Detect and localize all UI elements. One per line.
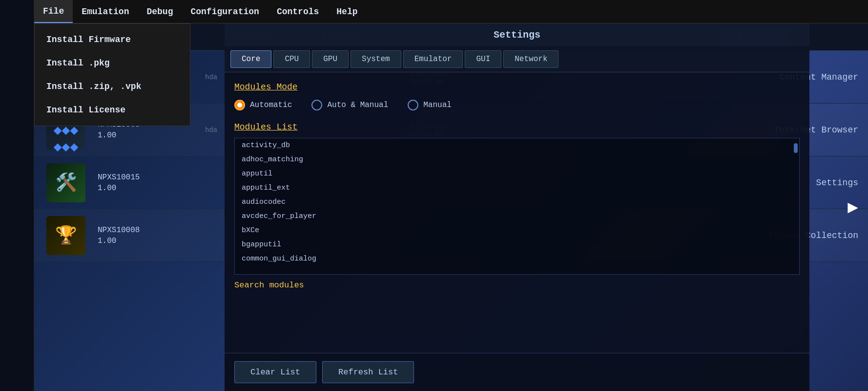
menubar: File Emulation Debug Configuration Contr… — [34, 0, 868, 23]
game-version: 1.00 — [98, 237, 195, 245]
menu-controls[interactable]: Controls — [268, 0, 328, 23]
tab-gpu[interactable]: GPU — [312, 50, 349, 68]
list-item[interactable]: apputil — [235, 167, 799, 181]
radio-circle-manual — [408, 100, 418, 110]
game-icon: 🛠️ — [44, 161, 88, 205]
settings-tabs: Core CPU GPU System Emulator GUI Network — [225, 46, 809, 72]
list-item[interactable]: apputil_ext — [235, 181, 799, 195]
tab-system[interactable]: System — [351, 50, 401, 68]
settings-title: Settings — [225, 23, 809, 46]
list-item[interactable]: audiocodec — [235, 195, 799, 209]
list-item[interactable]: bgapputil — [235, 238, 799, 252]
modules-mode-label: Modules Mode — [234, 82, 800, 92]
menu-install-firmware[interactable]: Install Firmware — [35, 28, 190, 51]
menu-debug[interactable]: Debug — [138, 0, 182, 23]
clear-list-button[interactable]: Clear List — [234, 361, 316, 383]
modules-list[interactable]: activity_db adhoc_matching apputil apput… — [234, 138, 800, 275]
tab-emulator[interactable]: Emulator — [403, 50, 463, 68]
settings-panel: Settings Core CPU GPU System Emulator GU… — [225, 23, 809, 391]
tab-core[interactable]: Core — [230, 50, 271, 68]
menu-install-zip[interactable]: Install .zip, .vpk — [35, 75, 190, 98]
right-arrow-button[interactable]: ▶ — [847, 196, 858, 218]
list-item[interactable]: adhoc_matching — [235, 152, 799, 167]
radio-manual[interactable]: Manual — [408, 100, 452, 110]
menu-configuration[interactable]: Configuration — [182, 0, 268, 23]
game-code: NPXS10015 — [98, 173, 195, 182]
game-icon: 🏆 — [44, 214, 88, 258]
modules-mode-options: Automatic Auto & Manual Manual — [234, 100, 800, 110]
game-info: NPXS10015 1.00 — [98, 173, 195, 193]
search-modules-label: Search modules — [234, 275, 800, 290]
game-version: 1.00 — [98, 184, 195, 193]
list-item[interactable]: common_gui_dialog — [235, 252, 799, 266]
menu-install-license[interactable]: Install License — [35, 98, 190, 122]
game-version: 1.00 — [98, 131, 195, 140]
refresh-list-button[interactable]: Refresh List — [322, 361, 414, 383]
list-item[interactable]: bXCe — [235, 223, 799, 238]
modules-list-label: Modules List — [234, 122, 800, 132]
radio-auto-manual[interactable]: Auto & Manual — [311, 100, 388, 110]
left-sidebar — [0, 0, 34, 391]
menu-help[interactable]: Help — [328, 0, 366, 23]
file-dropdown-menu: Install Firmware Install .pkg Install .z… — [34, 23, 190, 126]
list-item[interactable]: activity_db — [235, 138, 799, 152]
game-info: NPXS10008 1.00 — [98, 226, 195, 245]
tab-gui[interactable]: GUI — [465, 50, 501, 68]
game-code: NPXS10008 — [98, 226, 195, 235]
menu-file[interactable]: File — [34, 0, 73, 23]
menu-emulation[interactable]: Emulation — [73, 0, 138, 23]
list-item[interactable]: avcdec_for_player — [235, 209, 799, 223]
radio-dot — [237, 103, 242, 108]
radio-circle-auto-manual — [311, 100, 322, 110]
settings-content: Modules Mode Automatic Auto & Manual Man… — [225, 72, 809, 353]
tab-cpu[interactable]: CPU — [273, 50, 310, 68]
radio-circle-automatic — [234, 100, 245, 110]
tab-network[interactable]: Network — [503, 50, 558, 68]
menu-install-pkg[interactable]: Install .pkg — [35, 51, 190, 75]
settings-footer: Clear List Refresh List — [225, 353, 809, 391]
scrollbar-thumb[interactable] — [794, 143, 798, 153]
radio-automatic[interactable]: Automatic — [234, 100, 292, 110]
